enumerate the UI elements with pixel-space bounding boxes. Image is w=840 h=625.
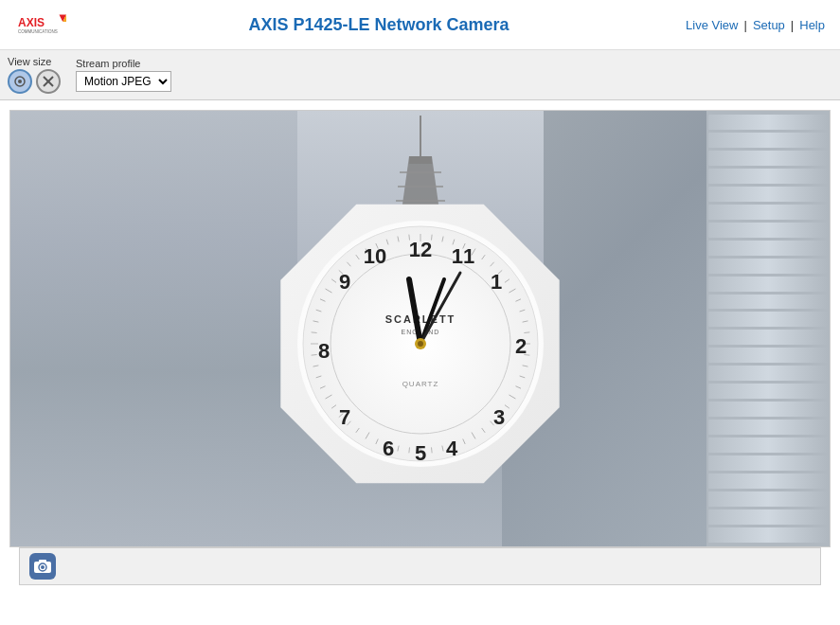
main-content: 12 1 2 3 4 5 6 7 8 9 10 11 xyxy=(0,100,840,585)
louver-9 xyxy=(708,259,828,274)
svg-rect-110 xyxy=(39,560,46,562)
louver-12 xyxy=(708,312,828,327)
svg-text:1: 1 xyxy=(490,270,501,294)
stream-profile-select[interactable]: Motion JPEG xyxy=(76,71,171,92)
svg-text:AXIS: AXIS xyxy=(18,16,45,29)
video-container: 12 1 2 3 4 5 6 7 8 9 10 11 xyxy=(9,110,831,547)
nav-separator-1: | xyxy=(743,18,746,32)
louver-5 xyxy=(708,187,828,202)
svg-text:SCARLETT: SCARLETT xyxy=(384,313,456,325)
view-size-label: View size xyxy=(8,56,61,67)
svg-text:11: 11 xyxy=(451,244,474,268)
live-view-link[interactable]: Live View xyxy=(686,18,738,32)
snapshot-button[interactable] xyxy=(29,553,56,580)
louver-18 xyxy=(708,420,828,435)
svg-text:10: 10 xyxy=(363,244,385,268)
snapshot-icon xyxy=(33,559,52,574)
louver-20 xyxy=(708,455,828,471)
svg-text:8: 8 xyxy=(317,339,329,363)
page-title: AXIS P1425-LE Network Camera xyxy=(72,15,686,35)
svg-text:COMMUNICATIONS: COMMUNICATIONS xyxy=(18,29,58,34)
clock-octagon: 12 1 2 3 4 5 6 7 8 9 10 11 xyxy=(269,192,572,495)
bottom-bar xyxy=(19,547,821,585)
svg-text:9: 9 xyxy=(338,270,349,294)
louver-11 xyxy=(708,295,828,310)
svg-text:5: 5 xyxy=(414,441,425,465)
svg-text:4: 4 xyxy=(445,437,457,460)
logo-area: AXIS COMMUNICATIONS xyxy=(15,8,72,42)
svg-point-6 xyxy=(18,80,22,83)
louver-7 xyxy=(708,223,828,238)
louver-21 xyxy=(708,473,828,489)
svg-text:12: 12 xyxy=(408,238,431,261)
small-view-icon xyxy=(13,75,27,88)
help-link[interactable]: Help xyxy=(799,18,825,32)
svg-point-109 xyxy=(41,565,45,569)
louver-4 xyxy=(708,169,828,184)
louver-10 xyxy=(708,277,828,292)
louver-19 xyxy=(708,438,828,453)
header-nav: Live View | Setup | Help xyxy=(686,18,825,32)
svg-text:3: 3 xyxy=(492,405,504,429)
louver-16 xyxy=(708,384,828,399)
louver-6 xyxy=(708,205,828,220)
louver-14 xyxy=(708,348,828,363)
louver-2 xyxy=(708,133,828,148)
svg-text:QUARTZ: QUARTZ xyxy=(402,380,438,388)
camera-scene: 12 1 2 3 4 5 6 7 8 9 10 11 xyxy=(10,111,830,546)
clock-face: 12 1 2 3 4 5 6 7 8 9 10 11 xyxy=(297,221,544,467)
header: AXIS COMMUNICATIONS AXIS P1425-LE Networ… xyxy=(0,0,840,50)
louver-panel xyxy=(706,111,830,546)
nav-separator-2: | xyxy=(791,18,794,32)
view-size-buttons xyxy=(8,69,61,94)
view-size-small-button[interactable] xyxy=(8,69,32,94)
view-size-large-button[interactable] xyxy=(36,69,61,94)
axis-logo: AXIS COMMUNICATIONS xyxy=(15,8,72,42)
svg-text:2: 2 xyxy=(514,334,526,358)
clock-svg: 12 1 2 3 4 5 6 7 8 9 10 11 xyxy=(297,221,544,467)
svg-text:7: 7 xyxy=(338,405,349,429)
louver-22 xyxy=(708,491,828,507)
svg-point-106 xyxy=(418,341,423,347)
louver-23 xyxy=(708,509,828,525)
stream-profile-label: Stream profile xyxy=(76,58,171,69)
louver-13 xyxy=(708,330,828,345)
louver-15 xyxy=(708,366,828,381)
louver-8 xyxy=(708,241,828,256)
svg-text:6: 6 xyxy=(382,437,393,460)
louver-17 xyxy=(708,402,828,417)
louver-3 xyxy=(708,151,828,166)
view-size-group: View size xyxy=(8,56,61,94)
toolbar: View size Stream profile Motion JPEG xyxy=(0,50,840,100)
louver-1 xyxy=(708,115,828,130)
clock: 12 1 2 3 4 5 6 7 8 9 10 11 xyxy=(269,192,572,495)
setup-link[interactable]: Setup xyxy=(753,18,785,32)
stream-profile-group: Stream profile Motion JPEG xyxy=(76,58,171,92)
louver-24 xyxy=(708,527,828,543)
large-view-icon xyxy=(42,75,55,88)
